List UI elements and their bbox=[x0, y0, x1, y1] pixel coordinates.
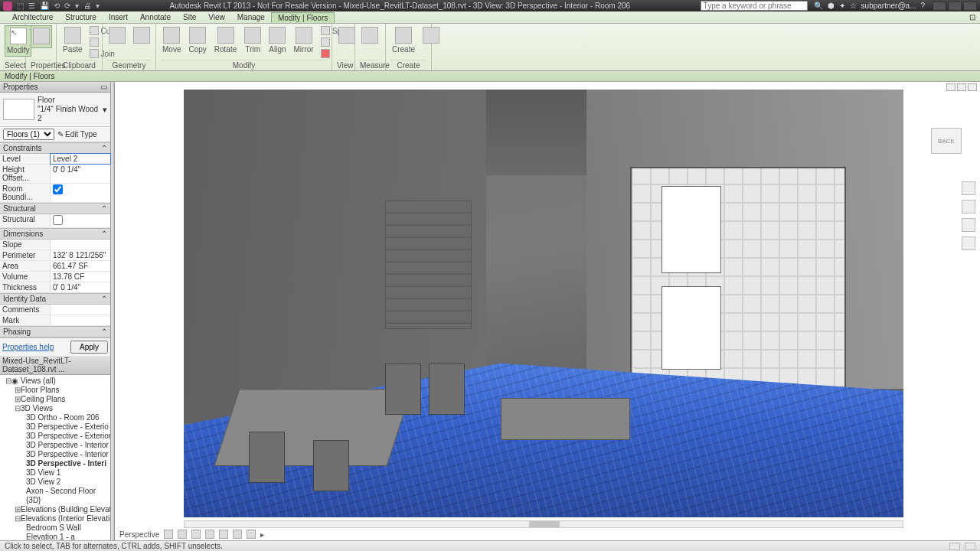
qat-print-icon[interactable]: 🖨 bbox=[83, 2, 91, 10]
tab-manage[interactable]: Manage bbox=[231, 12, 271, 22]
tree-floorplans[interactable]: ⊞Floor Plans bbox=[0, 386, 110, 395]
apply-button[interactable]: Apply bbox=[70, 341, 108, 354]
measure-button[interactable] bbox=[360, 25, 380, 45]
visual-style-icon[interactable] bbox=[178, 530, 187, 539]
tree-3d-item[interactable]: Axon - Second Floor bbox=[0, 487, 110, 496]
create-similar-button[interactable] bbox=[421, 25, 441, 45]
rotate-button[interactable]: Rotate bbox=[213, 25, 238, 55]
filter-icon[interactable] bbox=[949, 543, 960, 550]
edit-type-button[interactable]: ✎Edit Type bbox=[57, 130, 107, 139]
qat-undo-icon[interactable]: ⟲ bbox=[54, 2, 60, 10]
app-icon[interactable] bbox=[3, 2, 12, 11]
prop-mark-value[interactable] bbox=[51, 315, 110, 325]
paste-button[interactable]: Paste bbox=[61, 25, 84, 55]
tree-3d-item[interactable]: 3D Perspective - Exterior bbox=[0, 432, 110, 441]
tab-site[interactable]: Site bbox=[177, 12, 202, 22]
tree-views[interactable]: ⊟◉ Views (all) bbox=[0, 377, 110, 386]
steering-wheel-icon[interactable] bbox=[962, 181, 975, 195]
view-close-icon[interactable] bbox=[968, 83, 977, 91]
instance-filter-select[interactable]: Floors (1) bbox=[3, 129, 54, 140]
group-identity[interactable]: Identity Data⌃ bbox=[0, 293, 110, 305]
mirror-button[interactable]: Mirror bbox=[292, 25, 315, 55]
subscription-icon[interactable]: ⬢ bbox=[828, 2, 835, 10]
orbit-icon[interactable] bbox=[962, 236, 975, 250]
minimize-button[interactable] bbox=[933, 2, 946, 11]
properties-close-icon[interactable]: ▭ bbox=[100, 83, 107, 91]
lock3d-icon[interactable] bbox=[247, 530, 256, 539]
qat-save-icon[interactable]: 💾 bbox=[40, 2, 49, 10]
geometry-btn1[interactable] bbox=[107, 25, 127, 45]
prop-roombound-value[interactable] bbox=[51, 184, 110, 202]
properties-button[interactable]: Properties bbox=[31, 25, 52, 48]
horizontal-scrollbar[interactable] bbox=[184, 520, 903, 528]
browser-header[interactable]: Mixed-Use_RevitLT-Dataset_108.rvt ... bbox=[0, 356, 110, 375]
create-button[interactable]: Create bbox=[390, 25, 416, 55]
pan-icon[interactable] bbox=[962, 200, 975, 214]
tree-3d-item[interactable]: 3D Ortho - Room 206 bbox=[0, 413, 110, 422]
tree-3d-item[interactable]: 3D Perspective - Interi bbox=[0, 459, 110, 468]
view-minimize-icon[interactable] bbox=[946, 83, 956, 91]
qat-redo-icon[interactable]: ⟳ bbox=[64, 2, 70, 10]
prop-level-value[interactable]: Level 2 bbox=[51, 154, 110, 164]
help-icon[interactable]: ? bbox=[920, 2, 925, 10]
tree-elev-item[interactable]: Elevation 1 - a bbox=[0, 533, 110, 540]
viewport[interactable]: BACK Perspective ▸ bbox=[114, 82, 980, 540]
tree-3d-item[interactable]: 3D Perspective - Interior bbox=[0, 450, 110, 459]
tab-architecture[interactable]: Architecture bbox=[6, 12, 59, 22]
properties-help-link[interactable]: Properties help bbox=[2, 343, 54, 351]
qat-drop-icon[interactable]: ▾ bbox=[75, 2, 79, 10]
tab-view[interactable]: View bbox=[202, 12, 231, 22]
qat-open-icon[interactable]: ⬚ bbox=[17, 2, 24, 10]
move-button[interactable]: Move bbox=[161, 25, 182, 55]
tree-ceilingplans[interactable]: ⊞Ceiling Plans bbox=[0, 395, 110, 404]
ribbon-expand-icon[interactable]: ⊡ bbox=[969, 13, 975, 21]
trim-button[interactable]: Trim bbox=[243, 25, 263, 55]
tree-3d-item[interactable]: 3D View 1 bbox=[0, 468, 110, 478]
tree-3dviews[interactable]: ⊟3D Views bbox=[0, 404, 110, 413]
tree-elev-interior[interactable]: ⊟Elevations (Interior Elevation bbox=[0, 514, 110, 523]
tree-elev-item[interactable]: Bedroom S Wall bbox=[0, 523, 110, 533]
tree-3d-item[interactable]: {3D} bbox=[0, 496, 110, 505]
tab-structure[interactable]: Structure bbox=[59, 12, 103, 22]
copy2-button[interactable]: Copy bbox=[187, 25, 207, 55]
zoom-icon[interactable] bbox=[962, 218, 975, 232]
view-button[interactable] bbox=[337, 25, 357, 45]
view-cube[interactable]: BACK bbox=[931, 128, 962, 154]
tree-3d-item[interactable]: 3D View 2 bbox=[0, 478, 110, 487]
collapse-icon-4[interactable]: ⌃ bbox=[101, 295, 107, 303]
type-selector[interactable]: Floor "1/4" Finish Wood 2 ▾ bbox=[0, 93, 110, 127]
view-scale-label[interactable]: Perspective bbox=[119, 530, 159, 539]
type-dropdown-icon[interactable]: ▾ bbox=[103, 105, 107, 115]
infocenter-search-input[interactable] bbox=[701, 1, 808, 11]
maximize-button[interactable] bbox=[948, 2, 962, 11]
tab-annotate[interactable]: Annotate bbox=[134, 12, 177, 22]
qat-menu-icon[interactable]: ☰ bbox=[28, 2, 35, 10]
prop-hoff-value[interactable]: 0' 0 1/4" bbox=[51, 165, 110, 183]
collapse-icon-5[interactable]: ⌃ bbox=[101, 328, 107, 336]
selection-count-icon[interactable] bbox=[965, 543, 975, 550]
sunpath-icon[interactable] bbox=[191, 530, 201, 539]
tab-insert[interactable]: Insert bbox=[103, 12, 134, 22]
tree-3d-item[interactable]: 3D Perspective - Interior bbox=[0, 441, 110, 450]
geometry-btn2[interactable] bbox=[132, 25, 152, 45]
view-maximize-icon[interactable] bbox=[957, 83, 966, 91]
exchange-icon[interactable]: ✦ bbox=[839, 2, 845, 10]
group-phasing[interactable]: Phasing⌃ bbox=[0, 326, 110, 337]
group-constraints[interactable]: Constraints⌃ bbox=[0, 142, 110, 154]
align-button[interactable]: Align bbox=[267, 25, 287, 55]
prop-struct-value[interactable] bbox=[51, 214, 110, 227]
collapse-icon[interactable]: ⌃ bbox=[101, 144, 107, 152]
prop-comments-value[interactable] bbox=[51, 305, 110, 315]
search-go-icon[interactable]: 🔍 bbox=[814, 2, 823, 10]
detail-level-icon[interactable] bbox=[164, 530, 173, 539]
close-button[interactable] bbox=[963, 2, 977, 11]
view-ctrl-more-icon[interactable]: ▸ bbox=[260, 530, 264, 539]
crop-icon[interactable] bbox=[219, 530, 228, 539]
tree-elev-building[interactable]: ⊞Elevations (Building Elevatio bbox=[0, 505, 110, 514]
scrollbar-thumb[interactable] bbox=[529, 521, 560, 527]
drawing-canvas[interactable] bbox=[184, 90, 903, 517]
structural-checkbox[interactable] bbox=[53, 215, 63, 225]
shadows-icon[interactable] bbox=[205, 530, 214, 539]
signin-label[interactable]: subpartner@a... bbox=[861, 2, 916, 10]
group-structural[interactable]: Structural⌃ bbox=[0, 203, 110, 214]
